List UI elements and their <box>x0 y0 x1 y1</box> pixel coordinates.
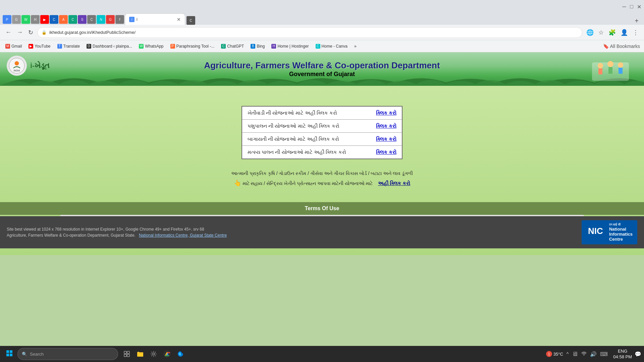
temperature-text: 35°C <box>553 352 563 357</box>
scheme-text-1: ખેતીવાડી ની યોજનાઓ માટે અહીં ક્લિક કરો <box>248 110 369 116</box>
close-button[interactable]: ✕ <box>637 4 641 8</box>
bookmark-icon[interactable]: ☆ <box>597 27 605 38</box>
clock-area[interactable]: ENG 04:58 PM <box>613 349 632 359</box>
bookmark-hostinger[interactable]: H Home | Hostinger <box>269 43 311 50</box>
schemes-table: ખેતીવાડી ની યોજનાઓ માટે અહીં ક્લિક કરો ક… <box>241 106 402 159</box>
clock-time: 04:58 PM <box>613 354 632 359</box>
bookmark-translate[interactable]: T Translate <box>55 43 83 50</box>
scheme-row-2: પશુપાલન ની યોજનાઓ માટે અહીં ક્લિક કરો ક્… <box>242 120 402 133</box>
bookmark-chatgpt[interactable]: C ChatGPT <box>218 43 247 50</box>
tab-favicon-1[interactable]: P <box>3 15 11 24</box>
bottom-text-line2: 👆 માટે સહાય / સેન્દ્રિય ખેતીને પ્રોત્સાહ… <box>231 178 413 188</box>
bookmark-gmail[interactable]: M Gmail <box>3 43 24 50</box>
canva-icon: C <box>316 44 320 49</box>
notification-button[interactable]: 💬 <box>635 351 641 357</box>
footer-left: Site best viewed at 1024 x 768 resolutio… <box>7 227 582 238</box>
svg-rect-18 <box>124 354 126 357</box>
tab-close-button[interactable]: ✕ <box>177 17 181 22</box>
taskbar-chrome[interactable] <box>161 347 173 361</box>
hostinger-icon: H <box>271 44 276 49</box>
bottom-click-link[interactable]: અહીં ક્લિક કરો <box>378 180 410 186</box>
network-icon[interactable]: 🖥 <box>572 351 578 358</box>
menu-button[interactable]: ⋮ <box>631 27 640 38</box>
svg-rect-9 <box>619 68 623 74</box>
tab-favicon-2[interactable]: G <box>12 15 21 24</box>
svg-point-4 <box>598 63 603 68</box>
nic-name: National <box>609 227 633 232</box>
tab-favicon-7[interactable]: A <box>59 15 68 24</box>
scheme-link-2[interactable]: ક્લિક કરો <box>376 123 396 129</box>
scheme-row-3: બાગાયતી ની યોજનાઓ માટે અહીં ક્લિક કરો ક્… <box>242 133 402 146</box>
url-bar[interactable]: 🔒 ikhedut.gujarat.gov.in/iKhedutPublicSc… <box>37 27 582 38</box>
language-indicator: ENG <box>618 349 627 354</box>
bookmark-more-label: » <box>354 44 357 49</box>
svg-rect-21 <box>137 352 140 354</box>
scheme-link-1[interactable]: ક્લિક કરો <box>376 110 396 116</box>
forward-button[interactable]: → <box>15 27 24 37</box>
tab-favicon-9[interactable]: S <box>78 15 87 24</box>
taskbar: 🔍 Search <box>0 346 644 362</box>
tab-favicon-4[interactable]: H <box>31 15 40 24</box>
start-button[interactable] <box>3 347 16 361</box>
new-tab-button[interactable]: + <box>632 17 641 25</box>
back-button[interactable]: ← <box>4 27 13 37</box>
taskbar-task-view[interactable] <box>121 347 133 361</box>
active-tab[interactable]: i i ✕ <box>125 13 185 25</box>
bookmark-bing[interactable]: B Bing <box>248 43 267 50</box>
nic-text-block: एन आई सी National Informatics Centre <box>609 223 633 242</box>
title-bar: ─ □ ✕ <box>0 0 644 12</box>
tab-favicon-8[interactable]: C <box>68 15 77 24</box>
weather-widget[interactable]: 1 35°C <box>546 351 563 357</box>
reload-button[interactable]: ↻ <box>27 27 35 38</box>
window-controls: ─ □ ✕ <box>622 4 641 8</box>
tab-favicon-13[interactable]: f <box>115 15 124 24</box>
tab-favicon-10[interactable]: C <box>87 15 96 24</box>
bookmark-whatsapp[interactable]: W WhatsApp <box>136 43 166 50</box>
bookmark-translate-label: Translate <box>63 44 80 49</box>
extension-icon[interactable]: 🧩 <box>607 27 617 38</box>
bookmark-youtube[interactable]: ▶ YouTube <box>26 43 53 50</box>
taskbar-settings[interactable] <box>148 347 160 361</box>
tab-favicon-6[interactable]: C <box>50 15 58 24</box>
bookmark-paraphrasing[interactable]: P Paraphrasing Tool -... <box>168 43 217 50</box>
tab-favicon-5[interactable]: ▶ <box>40 15 49 24</box>
svg-rect-19 <box>127 354 129 357</box>
svg-rect-7 <box>608 67 612 74</box>
minimize-button[interactable]: ─ <box>622 4 627 8</box>
tab-favicon-3[interactable]: W <box>21 15 30 24</box>
gmail-icon: M <box>5 44 10 49</box>
tab-bar: P G W H ▶ C A C S C N G f i i ✕ C + <box>0 12 644 25</box>
bookmark-canva[interactable]: C Home - Canva <box>313 43 350 50</box>
tab-favicon-12[interactable]: G <box>106 15 115 24</box>
tab-favicon-14[interactable]: C <box>186 16 195 25</box>
wifi-icon[interactable] <box>581 351 587 357</box>
header-logo-area: INDIA i-ખેડૂત <box>7 56 50 76</box>
taskbar-file-explorer[interactable] <box>134 347 146 361</box>
bookmark-more[interactable]: » <box>352 43 359 50</box>
taskbar-edge[interactable] <box>174 347 186 361</box>
bookmark-youtube-label: YouTube <box>35 44 50 49</box>
tab-favicon-11[interactable]: N <box>97 15 105 24</box>
maximize-button[interactable]: □ <box>629 4 634 8</box>
svg-rect-15 <box>10 354 12 356</box>
tab-active-favicon: i <box>129 17 135 22</box>
translate-bk-icon: T <box>57 44 62 49</box>
svg-point-6 <box>607 61 613 67</box>
footer-nic-link[interactable]: National Informatics Centre, Gujarat Sta… <box>139 233 227 238</box>
show-hidden-icons[interactable]: ^ <box>567 351 569 357</box>
keyboard-icon[interactable]: ⌨ <box>600 351 608 357</box>
sys-tray: 1 35°C ^ 🖥 🔊 ⌨ <box>543 351 611 358</box>
bookmark-dashboard[interactable]: D Dashboard ‹ plainpa... <box>84 43 135 50</box>
scheme-link-3[interactable]: ક્લિક કરો <box>376 136 396 142</box>
terms-label: Terms Of Use <box>305 205 339 211</box>
svg-rect-16 <box>124 351 126 354</box>
scheme-link-4[interactable]: ક્લિક કરો <box>376 149 396 155</box>
bookmark-dashboard-label: Dashboard ‹ plainpa... <box>93 44 132 49</box>
scheme-text-3: બાગાયતી ની યોજનાઓ માટે અહીં ક્લિક કરો <box>248 136 369 142</box>
site-header: INDIA i-ખેડૂત Agriculture, Farmers Welfa… <box>0 52 644 86</box>
taskbar-search[interactable]: 🔍 Search <box>17 348 118 360</box>
volume-icon[interactable]: 🔊 <box>590 351 597 357</box>
translate-icon[interactable]: 🌐 <box>585 27 595 38</box>
profile-button[interactable]: 👤 <box>619 27 629 38</box>
all-bookmarks-button[interactable]: 🔖 All Bookmarks <box>602 42 641 50</box>
